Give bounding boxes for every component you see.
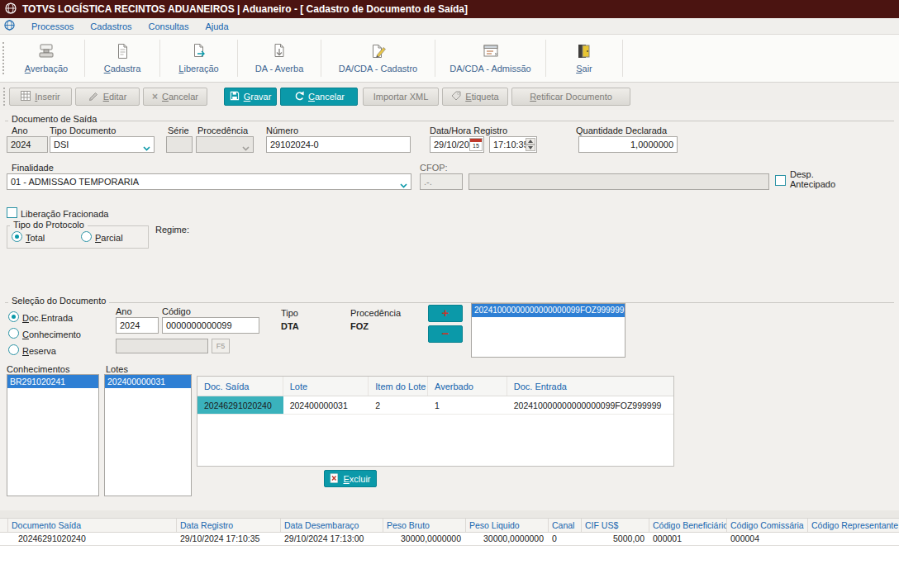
col-codigo-comissaria[interactable]: Código Comissária (727, 519, 808, 532)
liberacao-fracionada-label: Liberação Fracionada (21, 209, 108, 219)
quantidade-declarada-label: Quantidade Declarada (576, 126, 667, 135)
toolbar-grip[interactable] (2, 42, 5, 74)
selecao-codigo-input[interactable]: 0000000000099 (162, 317, 259, 334)
spinner-up-icon[interactable] (526, 138, 535, 145)
cell-codigo-comissaria[interactable]: 000004 (727, 533, 808, 545)
cell-averbado[interactable]: 1 (428, 396, 507, 414)
cfop-label: CFOP: (420, 163, 448, 173)
lote-list-item[interactable]: 202400000031 (105, 375, 191, 388)
spinner-down-icon[interactable] (526, 145, 535, 151)
retificar-documento-button[interactable]: Retificar Documento (511, 88, 630, 106)
cell-item-lote[interactable]: 2 (369, 396, 428, 414)
menu-processos[interactable]: Processos (31, 21, 74, 31)
reserva-label: Reserva (22, 346, 56, 356)
col-data-registro[interactable]: Data Registro (177, 519, 281, 532)
col-lote[interactable]: Lote (283, 377, 369, 396)
desp-antecipado-checkbox[interactable] (775, 175, 786, 186)
inserir-button[interactable]: Inserir (9, 88, 72, 106)
col-doc-saida[interactable]: Doc. Saída (197, 377, 283, 396)
add-document-button[interactable]: + (428, 305, 463, 322)
cell-canal[interactable]: 0 (549, 533, 582, 545)
cell-doc-entrada[interactable]: 202410000000000000099FOZ999999 (507, 396, 673, 414)
calendar-icon[interactable]: 15 (469, 138, 483, 151)
finalidade-select[interactable]: 01 - ADMISSAO TEMPORARIA (7, 173, 411, 190)
ano-input[interactable]: 2024 (7, 136, 48, 153)
editar-button[interactable]: Editar (75, 88, 140, 106)
col-peso-bruto[interactable]: Peso Bruto (383, 519, 466, 532)
etiqueta-button[interactable]: Etiqueta (442, 88, 508, 106)
cell-doc-saida[interactable]: 20246291020240 (197, 396, 283, 414)
cell-peso-bruto[interactable]: 30000,0000000 (383, 533, 466, 545)
col-peso-liquido[interactable]: Peso Liquido (466, 519, 549, 532)
col-averbado[interactable]: Averbado (428, 377, 507, 396)
actionbar-grip[interactable] (3, 88, 6, 106)
itens-grid-row[interactable]: 20246291020240 202400000031 2 1 20241000… (197, 396, 673, 415)
procedencia-label: Procedência (197, 126, 248, 135)
toolbar-button-dacda-cadastro[interactable]: DA/CDA - Cadastro (321, 35, 435, 82)
menu-consultas[interactable]: Consultas (149, 21, 189, 31)
toolbar-button-dacda-admissao[interactable]: DA/CDA - Admissão (435, 35, 545, 82)
toolbar-button-da-averba[interactable]: DA - Averba (238, 35, 321, 82)
quantidade-declarada-input[interactable]: 1,0000000 (578, 136, 678, 153)
col-data-desembaraco[interactable]: Data Desembaraço (281, 519, 383, 532)
col-cif-usd[interactable]: CIF US$ (582, 519, 649, 532)
menu-bar: Processos Cadastros Consultas Ajuda (0, 18, 899, 35)
toolbar-button-cadastra[interactable]: Cadastra (85, 35, 159, 82)
protocolo-parcial-radio[interactable] (81, 231, 92, 242)
cell-codigo-beneficiario[interactable]: 000001 (649, 533, 727, 545)
cell-codigo-representante[interactable] (808, 533, 899, 545)
f5-label: F5 (216, 342, 226, 350)
col-codigo-representante[interactable]: Código Representante (808, 519, 899, 532)
itens-grid[interactable]: Doc. Saída Lote Item do Lote Averbado Do… (197, 376, 674, 467)
col-canal[interactable]: Canal (549, 519, 582, 532)
conhecimento-list-item[interactable]: BR291020241 (7, 375, 98, 388)
toolbar-button-averbacao[interactable]: Averbação (8, 35, 84, 82)
doc-entrada-radio[interactable] (8, 311, 19, 322)
chevron-down-icon[interactable] (400, 180, 407, 190)
documentos-grid-row[interactable]: 20246291020240 29/10/2024 17:10:35 29/10… (0, 533, 899, 546)
numero-input[interactable]: 29102024-0 (266, 136, 411, 153)
col-doc-entrada[interactable]: Doc. Entrada (507, 377, 673, 396)
data-registro-input[interactable]: 29/10/2024 15 (430, 136, 484, 153)
toolbar-button-liberacao[interactable]: Liberação (160, 35, 237, 82)
importar-xml-button[interactable]: Importar XML (363, 88, 439, 106)
remove-document-button[interactable]: − (428, 325, 463, 343)
hora-registro-input[interactable]: 17:10:35 (489, 136, 537, 153)
toolbar-button-sair[interactable]: Sair (546, 35, 622, 82)
cell-cif-usd[interactable]: 5000,00 (582, 533, 649, 545)
menu-ajuda[interactable]: Ajuda (205, 21, 228, 31)
cell-documento-saida[interactable]: 20246291020240 (8, 533, 177, 545)
documento-list-item[interactable]: 20241000000000000000099FOZ999999 (472, 304, 625, 317)
documentos-listbox[interactable]: 20241000000000000000099FOZ999999 (471, 303, 625, 358)
liberacao-fracionada-checkbox[interactable] (7, 207, 17, 218)
chevron-down-icon[interactable] (143, 143, 150, 153)
tipo-documento-value: DSI (54, 140, 69, 149)
col-codigo-beneficiario[interactable]: Código Beneficiário (649, 519, 727, 532)
reserva-radio[interactable] (8, 344, 19, 355)
cell-data-desembaraco[interactable]: 29/10/2024 17:13:00 (281, 533, 383, 545)
conhecimento-radio[interactable] (8, 328, 19, 339)
importar-xml-label: Importar XML (373, 92, 429, 102)
lotes-label: Lotes (106, 364, 128, 374)
gravar-button[interactable]: Gravar (224, 88, 277, 106)
f5-button[interactable]: F5 (212, 339, 230, 353)
col-documento-saida[interactable]: Documento Saída (8, 519, 177, 532)
cfop-mask-input[interactable]: .-. (420, 173, 463, 190)
conhecimentos-listbox[interactable]: BR291020241 (7, 374, 99, 496)
documentos-saida-grid[interactable]: Documento Saída Data Registro Data Desem… (0, 510, 899, 546)
menu-globe-icon (4, 20, 15, 32)
cell-data-registro[interactable]: 29/10/2024 17:10:35 (177, 533, 281, 545)
row-selector-cell[interactable] (0, 533, 8, 545)
col-item-lote[interactable]: Item do Lote (369, 377, 428, 396)
time-spinner[interactable] (526, 138, 535, 151)
cancelar-edicao-button[interactable]: Cancelar (280, 88, 358, 106)
protocolo-total-radio[interactable] (12, 231, 22, 242)
tipo-documento-select[interactable]: DSI (50, 136, 155, 153)
excluir-button[interactable]: Excluir (324, 470, 377, 487)
cancelar-button[interactable]: × Cancelar (143, 88, 207, 106)
cell-peso-liquido[interactable]: 30000,0000000 (466, 533, 549, 545)
cell-lote[interactable]: 202400000031 (283, 396, 369, 414)
menu-cadastros[interactable]: Cadastros (90, 21, 131, 31)
selecao-ano-input[interactable]: 2024 (116, 317, 159, 334)
lotes-listbox[interactable]: 202400000031 (104, 374, 192, 496)
